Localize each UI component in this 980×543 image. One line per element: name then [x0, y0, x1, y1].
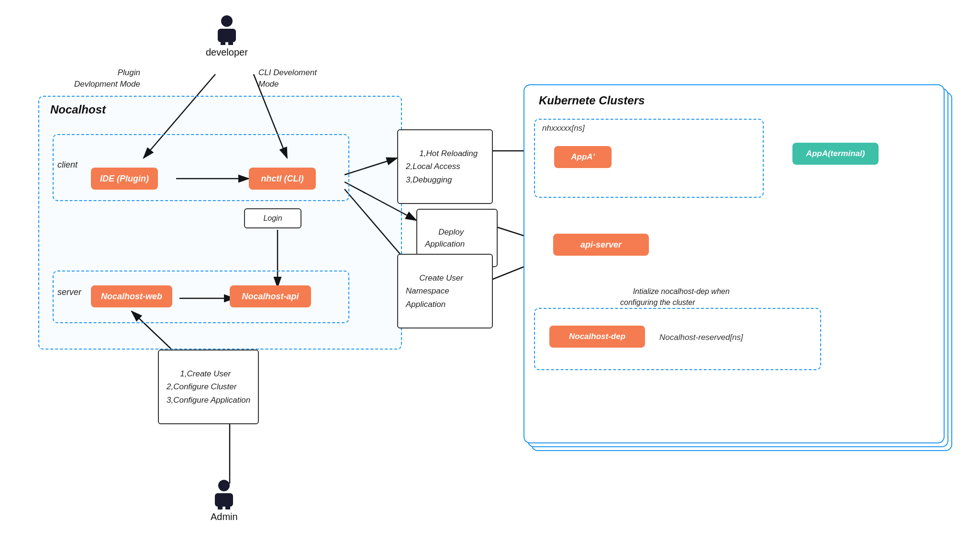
- svg-rect-18: [221, 42, 225, 45]
- cli-mode-label: CLI Develoment Mode: [258, 67, 317, 90]
- k8s-main-box: Kubernete Clusters nhxxxxx[ns] AppA' App…: [523, 84, 945, 443]
- admin-label: Admin: [211, 511, 238, 522]
- login-box: Login: [244, 208, 301, 228]
- api-server-box: api-server: [553, 234, 649, 256]
- nocalhost-web-box: Nocalhost-web: [91, 285, 172, 307]
- hot-reloading-box: 1,Hot Reloading 2,Local Access 3,Debuggi…: [397, 129, 493, 204]
- developer-person: developer: [206, 14, 248, 58]
- create-user-box: Create User Namespace Application: [397, 254, 493, 328]
- developer-icon: [214, 14, 240, 45]
- svg-point-16: [221, 15, 233, 27]
- plugin-mode-label: Plugin Devlopment Mode: [74, 67, 140, 90]
- client-label: client: [57, 160, 78, 170]
- nocalhost-dep-box: Nocalhost-dep: [549, 326, 645, 348]
- ide-plugin-box: IDE (Plugin): [91, 168, 158, 190]
- nocalhost-label: Nocalhost: [50, 103, 106, 116]
- svg-point-20: [218, 480, 230, 491]
- nhctl-cli-box: nhctl (CLI): [249, 168, 316, 190]
- svg-rect-23: [225, 507, 230, 509]
- developer-label: developer: [206, 47, 248, 58]
- admin-actions-box: 1,Create User 2,Configure Cluster 3,Conf…: [158, 350, 259, 424]
- svg-rect-21: [215, 493, 233, 507]
- nocalhost-api-box: Nocalhost-api: [230, 285, 311, 307]
- admin-icon: [211, 479, 237, 509]
- nhxxxns-label: nhxxxxx[ns]: [542, 124, 585, 133]
- admin-person: Admin: [211, 479, 238, 522]
- svg-rect-22: [218, 507, 223, 509]
- app-a-terminal-box: AppA(terminal): [792, 143, 879, 165]
- nocalhost-reserved-label: Nocalhost-reserved[ns]: [659, 333, 743, 342]
- nhxxxns-box: nhxxxxx[ns] AppA': [534, 119, 764, 198]
- diagram-container: developer Plugin Devlopment Mode CLI Dev…: [0, 0, 980, 543]
- kubernetes-label: Kubernete Clusters: [539, 94, 645, 107]
- app-a-prime-box: AppA': [554, 146, 612, 168]
- svg-rect-19: [228, 42, 233, 45]
- svg-rect-17: [218, 29, 236, 42]
- nocalhost-reserved-box: Nocalhost-dep Nocalhost-reserved[ns]: [534, 308, 821, 370]
- server-label: server: [57, 287, 81, 297]
